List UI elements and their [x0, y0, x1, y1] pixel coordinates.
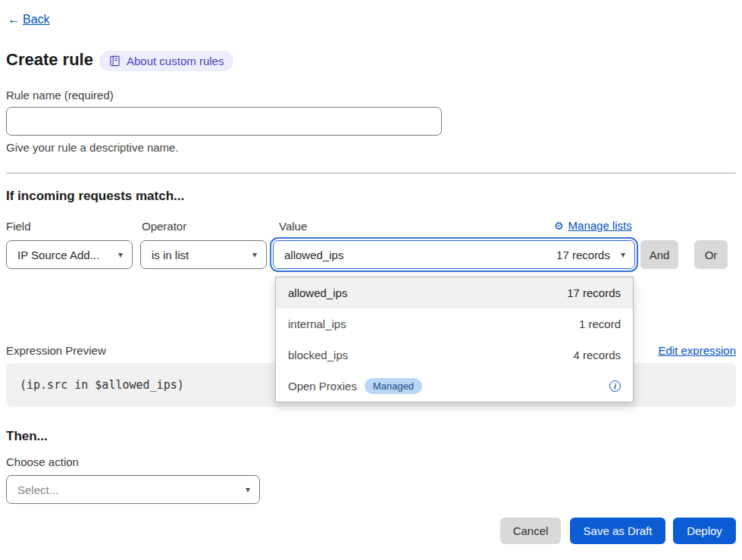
expression-preview-label: Expression Preview [6, 344, 106, 357]
value-select[interactable]: allowed_ips 17 records ▾ [273, 240, 635, 269]
list-item-records: 17 records [567, 286, 621, 299]
expression-code: (ip.src in $allowed_ips) [20, 378, 184, 392]
create-rule-page: ← Back Create rule About custom rules Ru… [0, 0, 742, 560]
edit-expression-link[interactable]: Edit expression [658, 344, 736, 357]
match-section-heading: If incoming requests match... [6, 189, 184, 204]
list-item-open-proxies[interactable]: Open Proxies Managed i [276, 371, 633, 402]
chevron-down-icon: ▾ [252, 249, 257, 260]
managed-badge: Managed [365, 378, 422, 394]
list-item-records: 4 records [573, 349, 621, 361]
action-select[interactable]: Select... ▾ [6, 475, 260, 504]
lists-dropdown: allowed_ips 17 records internal_ips 1 re… [275, 277, 634, 402]
operator-label: Operator [142, 220, 186, 233]
gear-icon: ⚙ [554, 220, 564, 232]
value-label: Value [279, 220, 307, 233]
list-item-records: 1 record [579, 318, 621, 330]
list-item-allowed-ips[interactable]: allowed_ips 17 records [276, 277, 633, 308]
rule-name-helper: Give your rule a descriptive name. [6, 141, 179, 154]
about-custom-rules-link[interactable]: About custom rules [99, 51, 233, 71]
chevron-down-icon: ▾ [246, 484, 250, 495]
operator-select[interactable]: is in list ▾ [140, 240, 267, 269]
chevron-down-icon: ▾ [118, 249, 123, 260]
value-select-records: 17 records [556, 249, 610, 261]
list-item-name: internal_ips [288, 318, 346, 330]
then-section-heading: Then... [6, 429, 48, 444]
operator-select-value: is in list [152, 249, 189, 261]
cancel-button[interactable]: Cancel [500, 518, 561, 544]
list-item-name: allowed_ips [288, 286, 347, 299]
book-icon [109, 55, 121, 67]
list-item-blocked-ips[interactable]: blocked_ips 4 records [276, 339, 633, 371]
action-select-placeholder: Select... [17, 483, 58, 496]
field-select-value: IP Source Add... [17, 249, 99, 261]
back-link-label: Back [23, 13, 50, 27]
info-icon[interactable]: i [609, 380, 621, 392]
manage-lists-link[interactable]: ⚙ Manage lists [554, 219, 632, 232]
back-link[interactable]: ← Back [8, 12, 50, 27]
and-button[interactable]: And [640, 240, 678, 269]
list-item-name: Open Proxies [288, 380, 357, 393]
rule-name-label: Rule name (required) [6, 89, 114, 102]
rule-name-input[interactable] [6, 107, 442, 136]
field-label: Field [6, 220, 31, 233]
deploy-button[interactable]: Deploy [673, 518, 736, 544]
back-arrow-icon: ← [8, 12, 20, 27]
list-item-internal-ips[interactable]: internal_ips 1 record [276, 308, 633, 339]
manage-lists-label: Manage lists [568, 219, 632, 232]
value-select-value: allowed_ips [284, 249, 343, 261]
about-custom-rules-label: About custom rules [127, 55, 224, 67]
save-as-draft-button[interactable]: Save as Draft [570, 518, 665, 544]
field-select[interactable]: IP Source Add... ▾ [6, 240, 133, 269]
page-title: Create rule [6, 50, 93, 70]
list-item-name: blocked_ips [288, 349, 348, 361]
section-divider [6, 173, 736, 174]
or-button[interactable]: Or [694, 240, 728, 269]
choose-action-label: Choose action [6, 455, 79, 468]
chevron-down-icon: ▾ [621, 249, 625, 260]
